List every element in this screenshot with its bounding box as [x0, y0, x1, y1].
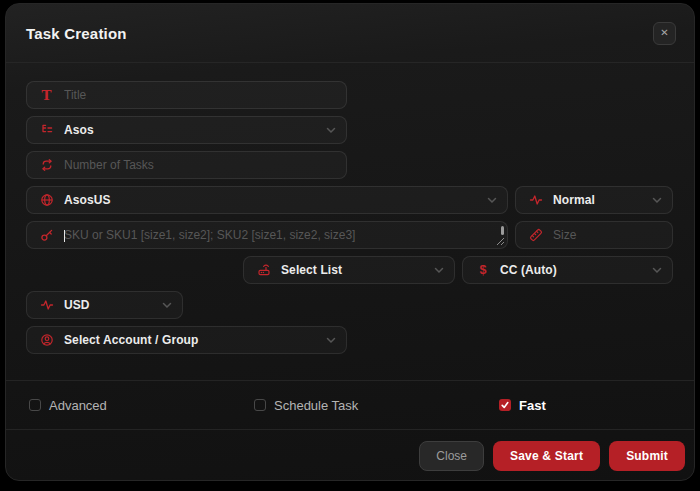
- title-input[interactable]: [64, 88, 336, 102]
- proxy-list-select[interactable]: Select List: [243, 256, 455, 284]
- modal-header: Task Creation ✕: [6, 4, 694, 63]
- globe-icon: [39, 193, 54, 208]
- title-field[interactable]: T: [26, 81, 347, 109]
- proxy-list-value: Select List: [281, 263, 428, 277]
- checkbox-checked-icon: [499, 399, 511, 411]
- mode-select[interactable]: Normal: [515, 186, 673, 214]
- row-list-cc: Select List $ CC (Auto): [26, 256, 673, 284]
- schedule-task-checkbox[interactable]: Schedule Task: [254, 381, 358, 429]
- repeat-icon: [39, 158, 54, 173]
- modal-footer: Close Save & Start Submit: [6, 429, 694, 480]
- options-strip: Advanced Schedule Task Fast: [6, 380, 694, 429]
- row-account: Select Account / Group: [26, 326, 673, 354]
- advanced-checkbox[interactable]: Advanced: [29, 381, 107, 429]
- row-region-mode: AsosUS Normal: [26, 186, 673, 214]
- advanced-label: Advanced: [49, 398, 107, 413]
- textarea-resize-handle[interactable]: [496, 237, 505, 246]
- sku-input[interactable]: [64, 228, 493, 242]
- fast-label: Fast: [519, 398, 546, 413]
- text-caret: [64, 230, 65, 242]
- router-icon: [256, 263, 271, 278]
- dollar-icon: $: [475, 263, 490, 278]
- ruler-icon: [528, 228, 543, 243]
- account-value: Select Account / Group: [64, 333, 320, 347]
- site-select[interactable]: Asos: [26, 116, 347, 144]
- cc-select[interactable]: $ CC (Auto): [462, 256, 673, 284]
- type-icon: T: [39, 88, 54, 103]
- form-body: T Asos: [6, 63, 694, 380]
- row-title: T: [26, 81, 673, 109]
- site-value: Asos: [64, 123, 320, 137]
- chevron-down-icon: [434, 267, 444, 274]
- close-icon[interactable]: ✕: [653, 22, 676, 45]
- currency-select[interactable]: USD: [26, 291, 183, 319]
- row-site: Asos: [26, 116, 673, 144]
- chevron-down-icon: [652, 197, 662, 204]
- modal-title: Task Creation: [26, 25, 127, 42]
- chevron-down-icon: [326, 127, 336, 134]
- checkbox-unchecked-icon: [29, 399, 41, 411]
- submit-button[interactable]: Submit: [609, 441, 685, 471]
- chevron-down-icon: [652, 267, 662, 274]
- task-creation-modal: Task Creation ✕ T: [5, 3, 695, 481]
- chevron-down-icon: [162, 302, 172, 309]
- checkbox-unchecked-icon: [254, 399, 266, 411]
- save-start-button[interactable]: Save & Start: [493, 441, 600, 471]
- svg-text:$: $: [479, 263, 486, 277]
- account-select[interactable]: Select Account / Group: [26, 326, 347, 354]
- list-tree-icon: [39, 123, 54, 138]
- close-button[interactable]: Close: [419, 441, 484, 471]
- fast-checkbox[interactable]: Fast: [499, 381, 546, 429]
- activity-icon: [39, 298, 54, 313]
- user-circle-icon: [39, 333, 54, 348]
- textarea-scrollbar[interactable]: [501, 226, 504, 235]
- currency-value: USD: [64, 298, 156, 312]
- chevron-down-icon: [487, 197, 497, 204]
- region-select[interactable]: AsosUS: [26, 186, 508, 214]
- row-num-tasks: [26, 151, 673, 179]
- row-sku-size: [26, 221, 673, 249]
- activity-icon: [528, 193, 543, 208]
- size-field[interactable]: [515, 221, 673, 249]
- svg-text:T: T: [42, 88, 52, 103]
- chevron-down-icon: [326, 337, 336, 344]
- size-input[interactable]: [553, 228, 662, 242]
- schedule-task-label: Schedule Task: [274, 398, 358, 413]
- mode-value: Normal: [553, 193, 646, 207]
- cc-value: CC (Auto): [500, 263, 646, 277]
- region-value: AsosUS: [64, 193, 481, 207]
- num-tasks-field[interactable]: [26, 151, 347, 179]
- key-icon: [39, 228, 54, 243]
- num-tasks-input[interactable]: [64, 158, 336, 172]
- row-currency: USD: [26, 291, 673, 319]
- sku-textarea[interactable]: [26, 221, 508, 249]
